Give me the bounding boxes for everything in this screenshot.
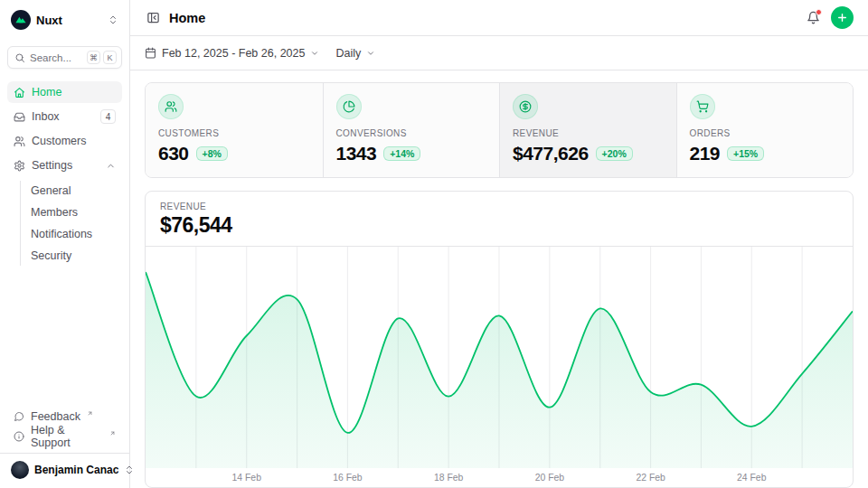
sidebar-item-general[interactable]: General xyxy=(31,181,122,201)
page-title: Home xyxy=(169,11,205,25)
stat-delta-badge: +8% xyxy=(196,146,228,162)
kbd-key: K xyxy=(103,51,117,64)
svg-text:22 Feb: 22 Feb xyxy=(636,473,665,483)
sidebar: Nuxt ⌘ K Home Inbox 4 Customers xyxy=(0,0,130,488)
help-support-link[interactable]: Help & Support xyxy=(7,427,122,446)
date-range-value: Feb 12, 2025 - Feb 26, 2025 xyxy=(162,47,305,60)
notifications-button[interactable] xyxy=(805,9,822,26)
chart-header: REVENUE $76,544 xyxy=(146,192,853,246)
pie-chart-icon xyxy=(336,94,362,119)
gear-icon xyxy=(14,160,25,172)
stat-value: 630 xyxy=(158,143,189,164)
sidebar-item-label: Home xyxy=(32,86,61,99)
sidebar-item-customers[interactable]: Customers xyxy=(7,130,122,152)
submenu-label: General xyxy=(31,184,71,197)
chevron-down-icon xyxy=(366,49,375,58)
nuxt-logo-icon xyxy=(11,10,31,30)
info-circle-icon xyxy=(14,431,24,442)
plus-icon xyxy=(836,12,848,23)
user-name: Benjamin Canac xyxy=(34,464,118,476)
chevron-up-icon xyxy=(106,161,116,171)
settings-submenu: General Members Notifications Security xyxy=(20,181,122,266)
svg-text:20 Feb: 20 Feb xyxy=(535,473,565,483)
submenu-label: Notifications xyxy=(31,228,92,240)
sidebar-item-label: Settings xyxy=(32,159,72,172)
interval-select[interactable]: Daily xyxy=(335,47,375,60)
sidebar-item-home[interactable]: Home xyxy=(7,81,122,103)
chart-metric-label: REVENUE xyxy=(160,202,838,211)
stat-card-customers[interactable]: CUSTOMERS 630 +8% xyxy=(146,83,323,177)
panel-left-close-icon xyxy=(146,11,160,24)
sidebar-divider xyxy=(0,453,129,454)
stat-card-revenue[interactable]: REVENUE $477,626 +20% xyxy=(499,83,676,177)
svg-text:16 Feb: 16 Feb xyxy=(333,473,363,483)
workspace-switcher[interactable]: Nuxt xyxy=(7,7,122,33)
user-menu[interactable]: Benjamin Canac xyxy=(7,459,122,481)
search-shortcut: ⌘ K xyxy=(87,51,117,64)
sidebar-item-label: Customers xyxy=(32,135,86,147)
message-circle-icon xyxy=(14,411,24,422)
revenue-chart[interactable]: 14 Feb16 Feb18 Feb20 Feb22 Feb24 Feb xyxy=(146,247,853,487)
chart-plot-area: 14 Feb16 Feb18 Feb20 Feb22 Feb24 Feb xyxy=(146,246,853,487)
stat-card-conversions[interactable]: CONVERSIONS 1343 +14% xyxy=(323,83,500,177)
notification-dot xyxy=(816,9,822,15)
submenu-label: Members xyxy=(31,206,78,219)
inbox-icon xyxy=(14,111,25,123)
search-input-wrapper[interactable]: ⌘ K xyxy=(7,46,122,69)
stat-delta-badge: +15% xyxy=(727,146,764,162)
external-link-icon xyxy=(109,430,116,436)
date-range-picker[interactable]: Feb 12, 2025 - Feb 26, 2025 xyxy=(145,47,319,60)
dashboard-content: CUSTOMERS 630 +8% CONVERSIONS 1343 +14% xyxy=(130,70,868,488)
sidebar-item-inbox[interactable]: Inbox 4 xyxy=(7,106,122,127)
chevron-down-icon xyxy=(310,49,319,58)
svg-text:18 Feb: 18 Feb xyxy=(434,473,464,483)
sidebar-item-label: Inbox xyxy=(32,110,60,123)
sidebar-spacer xyxy=(7,266,122,407)
stats-row: CUSTOMERS 630 +8% CONVERSIONS 1343 +14% xyxy=(145,82,854,178)
sidebar-item-notifications[interactable]: Notifications xyxy=(31,224,122,244)
sidebar-collapse-button[interactable] xyxy=(145,9,162,26)
kbd-meta: ⌘ xyxy=(87,51,100,64)
chevrons-up-down-icon xyxy=(108,14,118,25)
stat-label: REVENUE xyxy=(513,128,664,138)
users-icon xyxy=(14,136,25,147)
sidebar-item-security[interactable]: Security xyxy=(31,246,122,266)
stat-card-orders[interactable]: ORDERS 219 +15% xyxy=(676,83,854,177)
calendar-icon xyxy=(145,47,156,59)
workspace-name: Nuxt xyxy=(36,14,62,27)
interval-value: Daily xyxy=(335,47,361,60)
submenu-label: Security xyxy=(31,249,71,262)
chart-metric-value: $76,544 xyxy=(160,213,838,238)
inbox-count-badge: 4 xyxy=(100,109,116,124)
revenue-chart-card: REVENUE $76,544 14 Feb16 Feb18 Feb20 Feb… xyxy=(145,191,854,488)
avatar xyxy=(11,461,29,479)
sidebar-nav: Home Inbox 4 Customers Settings General … xyxy=(7,81,122,266)
topbar: Home xyxy=(130,0,868,36)
filters-toolbar: Feb 12, 2025 - Feb 26, 2025 Daily xyxy=(130,36,868,70)
shopping-cart-icon xyxy=(690,94,715,119)
feedback-label: Feedback xyxy=(31,410,80,423)
stat-label: CUSTOMERS xyxy=(158,128,310,138)
svg-text:14 Feb: 14 Feb xyxy=(232,473,262,483)
sidebar-item-members[interactable]: Members xyxy=(31,202,122,222)
search-input[interactable] xyxy=(30,52,82,63)
topbar-actions xyxy=(805,6,854,29)
stat-delta-badge: +20% xyxy=(596,146,633,162)
sidebar-item-settings[interactable]: Settings xyxy=(7,155,122,176)
stat-label: ORDERS xyxy=(690,128,841,138)
users-icon xyxy=(158,94,184,119)
stat-label: CONVERSIONS xyxy=(336,128,487,138)
main-area: Home Feb 12, 2025 - Feb 26, 2025 Daily xyxy=(130,0,868,488)
house-icon xyxy=(14,87,25,99)
circle-dollar-icon xyxy=(513,94,538,119)
stat-value: 219 xyxy=(690,143,721,164)
svg-text:24 Feb: 24 Feb xyxy=(737,473,767,483)
stat-value: 1343 xyxy=(336,143,377,164)
app-window: Nuxt ⌘ K Home Inbox 4 Customers xyxy=(0,0,868,488)
stat-value: $477,626 xyxy=(513,143,589,164)
search-icon xyxy=(14,52,25,63)
help-support-label: Help & Support xyxy=(31,424,103,449)
add-button[interactable] xyxy=(831,6,854,29)
stat-delta-badge: +14% xyxy=(383,146,420,162)
external-link-icon xyxy=(87,410,93,417)
